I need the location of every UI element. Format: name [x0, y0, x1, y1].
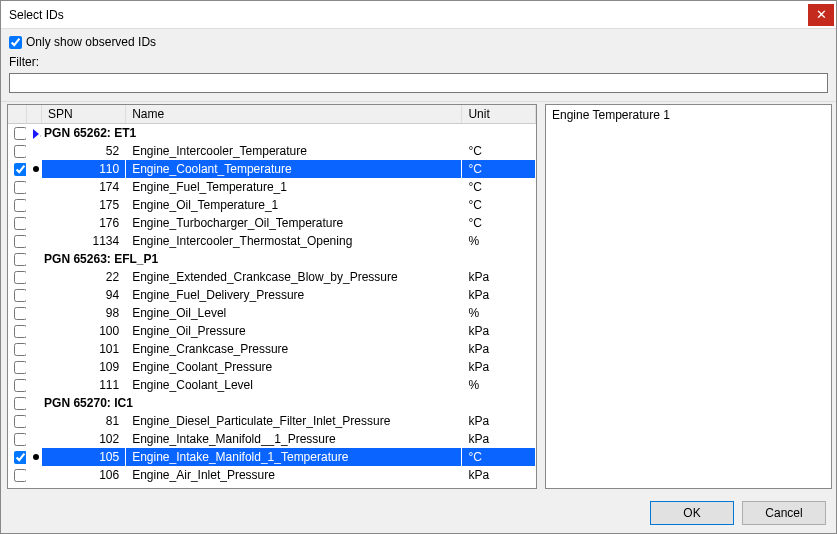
table-row[interactable]: 105Engine_Intake_Manifold_1_Temperature°…	[8, 448, 536, 466]
toolbar: Only show observed IDs Filter:	[1, 29, 836, 102]
row-marker	[27, 304, 42, 322]
cell-name: Engine_Diesel_Particulate_Filter_Inlet_P…	[126, 412, 462, 430]
cell-unit: kPa	[462, 340, 536, 358]
row-checkbox[interactable]	[14, 199, 27, 212]
cell-unit: kPa	[462, 412, 536, 430]
group-row[interactable]: PGN 65270: IC1	[8, 394, 536, 412]
cell-spn: 110	[42, 160, 126, 178]
table-row[interactable]: 175Engine_Oil_Temperature_1°C	[8, 196, 536, 214]
col-checkbox[interactable]	[8, 105, 27, 124]
row-checkbox[interactable]	[14, 127, 27, 140]
cell-spn: 100	[42, 322, 126, 340]
select-ids-dialog: Select IDs ✕ Only show observed IDs Filt…	[0, 0, 837, 534]
col-spn[interactable]: SPN	[42, 105, 126, 124]
button-row: OK Cancel	[1, 493, 836, 533]
cell-unit: °C	[462, 160, 536, 178]
row-checkbox[interactable]	[14, 469, 27, 482]
cell-unit: %	[462, 232, 536, 250]
cell-name: Engine_Extended_Crankcase_Blow_by_Pressu…	[126, 268, 462, 286]
cell-spn: 105	[42, 448, 126, 466]
row-checkbox[interactable]	[14, 379, 27, 392]
row-checkbox[interactable]	[14, 325, 27, 338]
group-row[interactable]: PGN 65263: EFL_P1	[8, 250, 536, 268]
dot-icon	[33, 454, 39, 460]
close-icon: ✕	[816, 8, 827, 21]
table-row[interactable]: 101Engine_Crankcase_PressurekPa	[8, 340, 536, 358]
cell-unit: °C	[462, 214, 536, 232]
table-row[interactable]: 81Engine_Diesel_Particulate_Filter_Inlet…	[8, 412, 536, 430]
table-row[interactable]: 106Engine_Air_Inlet_PressurekPa	[8, 466, 536, 484]
cell-name: Engine_Fuel_Temperature_1	[126, 178, 462, 196]
cell-spn: 109	[42, 358, 126, 376]
table-row[interactable]: 100Engine_Oil_PressurekPa	[8, 322, 536, 340]
ok-button[interactable]: OK	[650, 501, 734, 525]
cell-spn: 175	[42, 196, 126, 214]
cell-spn: 1134	[42, 232, 126, 250]
cell-unit: %	[462, 304, 536, 322]
row-marker	[27, 196, 42, 214]
expand-arrow[interactable]	[27, 394, 42, 412]
table-row[interactable]: 1134Engine_Intercooler_Thermostat_Openin…	[8, 232, 536, 250]
cell-unit: %	[462, 376, 536, 394]
row-marker	[27, 286, 42, 304]
close-button[interactable]: ✕	[808, 4, 834, 26]
dot-icon	[33, 166, 39, 172]
cancel-button[interactable]: Cancel	[742, 501, 826, 525]
expand-arrow[interactable]	[27, 250, 42, 268]
row-checkbox[interactable]	[14, 181, 27, 194]
only-observed-checkbox[interactable]	[9, 36, 22, 49]
cell-unit: kPa	[462, 358, 536, 376]
table-row[interactable]: 109Engine_Coolant_PressurekPa	[8, 358, 536, 376]
col-name[interactable]: Name	[126, 105, 462, 124]
group-label: PGN 65262: ET1	[42, 124, 536, 142]
row-checkbox[interactable]	[14, 145, 27, 158]
cell-unit: °C	[462, 142, 536, 160]
cell-unit: °C	[462, 178, 536, 196]
cell-unit: kPa	[462, 286, 536, 304]
cell-name: Engine_Coolant_Pressure	[126, 358, 462, 376]
group-row[interactable]: PGN 65262: ET1	[8, 124, 536, 142]
cell-spn: 98	[42, 304, 126, 322]
row-checkbox[interactable]	[14, 217, 27, 230]
row-checkbox[interactable]	[14, 451, 27, 464]
row-checkbox[interactable]	[14, 163, 27, 176]
row-checkbox[interactable]	[14, 361, 27, 374]
row-checkbox[interactable]	[14, 235, 27, 248]
table-row[interactable]: 98Engine_Oil_Level%	[8, 304, 536, 322]
row-marker	[27, 358, 42, 376]
row-checkbox[interactable]	[14, 307, 27, 320]
row-checkbox[interactable]	[14, 253, 27, 266]
table-row[interactable]: 52Engine_Intercooler_Temperature°C	[8, 142, 536, 160]
cell-name: Engine_Oil_Level	[126, 304, 462, 322]
table-row[interactable]: 111Engine_Coolant_Level%	[8, 376, 536, 394]
table-row[interactable]: 174Engine_Fuel_Temperature_1°C	[8, 178, 536, 196]
row-checkbox[interactable]	[14, 289, 27, 302]
header-row: SPN Name Unit	[8, 105, 536, 124]
only-observed-label[interactable]: Only show observed IDs	[26, 35, 156, 49]
row-checkbox[interactable]	[14, 433, 27, 446]
table-row[interactable]: 110Engine_Coolant_Temperature°C	[8, 160, 536, 178]
row-checkbox[interactable]	[14, 343, 27, 356]
cell-spn: 52	[42, 142, 126, 160]
cell-name: Engine_Coolant_Level	[126, 376, 462, 394]
row-marker	[27, 412, 42, 430]
expand-arrow[interactable]	[27, 124, 42, 142]
window-title: Select IDs	[9, 8, 808, 22]
grid-scroll[interactable]: SPN Name Unit PGN 65262: ET152Engine_Int…	[8, 105, 536, 488]
arrow-right-icon	[33, 129, 39, 139]
col-unit[interactable]: Unit	[462, 105, 536, 124]
cell-name: Engine_Intake_Manifold__1_Pressure	[126, 430, 462, 448]
row-marker	[27, 232, 42, 250]
row-checkbox[interactable]	[14, 271, 27, 284]
cell-spn: 174	[42, 178, 126, 196]
cell-unit: kPa	[462, 268, 536, 286]
table-row[interactable]: 176Engine_Turbocharger_Oil_Temperature°C	[8, 214, 536, 232]
row-marker	[27, 430, 42, 448]
row-marker	[27, 340, 42, 358]
row-checkbox[interactable]	[14, 415, 27, 428]
row-checkbox[interactable]	[14, 397, 27, 410]
table-row[interactable]: 102Engine_Intake_Manifold__1_PressurekPa	[8, 430, 536, 448]
filter-input[interactable]	[9, 73, 828, 93]
table-row[interactable]: 94Engine_Fuel_Delivery_PressurekPa	[8, 286, 536, 304]
table-row[interactable]: 22Engine_Extended_Crankcase_Blow_by_Pres…	[8, 268, 536, 286]
